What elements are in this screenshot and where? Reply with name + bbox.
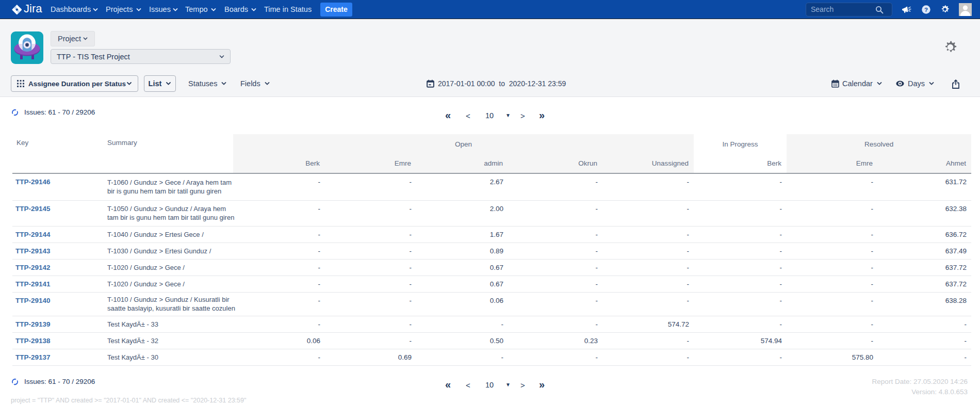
svg-text:?: ? (924, 7, 928, 13)
